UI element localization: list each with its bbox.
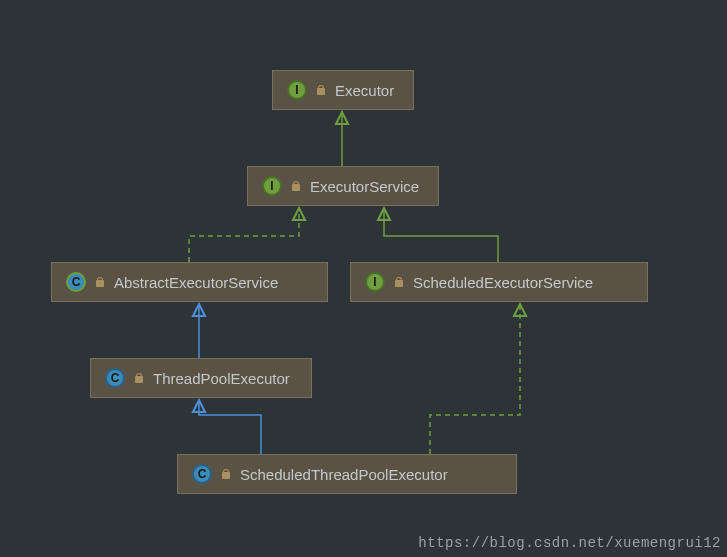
class-icon <box>105 368 125 388</box>
node-scheduled-thread-pool-executor: ScheduledThreadPoolExecutor <box>177 454 517 494</box>
lock-icon <box>315 84 327 96</box>
watermark-text: https://blog.csdn.net/xuemengrui12 <box>418 535 721 551</box>
interface-icon <box>262 176 282 196</box>
lock-icon <box>393 276 405 288</box>
lock-icon <box>290 180 302 192</box>
node-executor-service: ExecutorService <box>247 166 439 206</box>
class-abstract-icon <box>66 272 86 292</box>
node-abstract-executor-service: AbstractExecutorService <box>51 262 328 302</box>
lock-icon <box>94 276 106 288</box>
node-label: ThreadPoolExecutor <box>153 370 290 387</box>
node-label: AbstractExecutorService <box>114 274 278 291</box>
node-thread-pool-executor: ThreadPoolExecutor <box>90 358 312 398</box>
interface-icon <box>287 80 307 100</box>
node-label: Executor <box>335 82 394 99</box>
interface-icon <box>365 272 385 292</box>
node-executor: Executor <box>272 70 414 110</box>
node-scheduled-executor-service: ScheduledExecutorService <box>350 262 648 302</box>
node-label: ScheduledThreadPoolExecutor <box>240 466 448 483</box>
lock-icon <box>133 372 145 384</box>
node-label: ScheduledExecutorService <box>413 274 593 291</box>
class-icon <box>192 464 212 484</box>
lock-icon <box>220 468 232 480</box>
node-label: ExecutorService <box>310 178 419 195</box>
